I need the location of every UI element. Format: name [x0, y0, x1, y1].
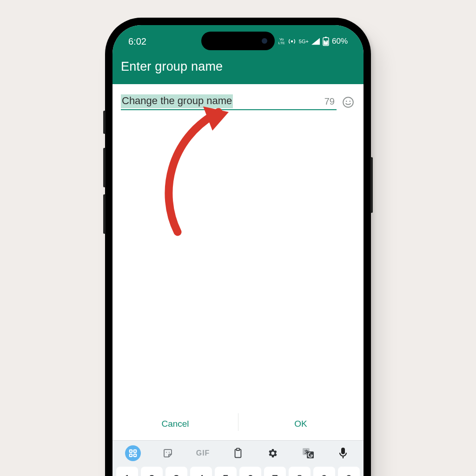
svg-rect-18	[341, 448, 345, 454]
mic-icon	[339, 447, 347, 459]
svg-rect-7	[130, 450, 132, 452]
sticker-icon	[162, 448, 173, 459]
keyboard-rows: 1234567890 QWERTYUIOP	[112, 467, 364, 476]
content-area: Change the group name 79	[112, 84, 364, 409]
gear-icon	[267, 448, 278, 459]
dialog-buttons: Cancel OK	[112, 409, 364, 440]
hotspot-icon	[288, 37, 296, 46]
cancel-button[interactable]: Cancel	[112, 409, 238, 440]
signal-icon	[311, 38, 320, 45]
key-8[interactable]: 8	[289, 467, 311, 476]
ok-button[interactable]: OK	[238, 409, 364, 440]
key-9[interactable]: 9	[313, 467, 335, 476]
battery-label: 60%	[332, 37, 348, 46]
kb-apps-button[interactable]	[115, 445, 150, 461]
screen: 6:02 VoLTE 5G+ 60% Enter group name Chan…	[112, 25, 364, 476]
phone-frame: 6:02 VoLTE 5G+ 60% Enter group name Chan…	[105, 18, 371, 476]
svg-point-11	[166, 452, 167, 453]
svg-text:文: 文	[304, 450, 309, 454]
char-counter: 79	[324, 96, 337, 107]
svg-rect-2	[325, 37, 327, 38]
key-6[interactable]: 6	[239, 467, 261, 476]
kb-sticker-button[interactable]	[150, 448, 185, 459]
key-2[interactable]: 2	[141, 467, 163, 476]
kb-mic-button[interactable]	[326, 447, 361, 459]
svg-point-12	[169, 452, 170, 453]
status-icons: VoLTE 5G+ 60%	[278, 37, 348, 46]
grid-icon	[129, 449, 137, 457]
translate-icon: 文	[302, 448, 314, 459]
svg-rect-14	[237, 448, 239, 450]
battery-icon	[323, 37, 329, 46]
key-1[interactable]: 1	[116, 467, 138, 476]
keyboard: GIF 文 1234567890 QWERTYUIOP	[112, 440, 364, 476]
kb-clipboard-button[interactable]	[220, 448, 255, 459]
key-5[interactable]: 5	[215, 467, 237, 476]
gif-label: GIF	[196, 449, 210, 457]
svg-point-4	[343, 97, 353, 107]
key-7[interactable]: 7	[264, 467, 286, 476]
keyboard-toolbar: GIF 文	[112, 441, 364, 467]
group-name-row: Change the group name 79	[121, 94, 355, 110]
emoji-icon	[342, 96, 354, 108]
emoji-button[interactable]	[341, 95, 355, 109]
volte-icon: VoLTE	[278, 38, 285, 45]
dynamic-island	[201, 32, 275, 50]
kb-gif-button[interactable]: GIF	[185, 449, 220, 457]
svg-rect-9	[130, 454, 132, 456]
network-label: 5G+	[299, 39, 309, 44]
kb-settings-button[interactable]	[256, 448, 291, 459]
number-row: 1234567890	[115, 467, 361, 476]
svg-rect-10	[134, 454, 136, 456]
volume-down-button	[103, 194, 106, 234]
key-3[interactable]: 3	[165, 467, 187, 476]
svg-point-5	[346, 101, 347, 102]
clipboard-icon	[233, 448, 243, 459]
svg-point-0	[291, 40, 293, 43]
status-time: 6:02	[128, 36, 146, 47]
group-name-input[interactable]: Change the group name	[121, 94, 233, 108]
page-title: Enter group name	[112, 52, 364, 84]
annotation-arrow-icon	[140, 102, 252, 241]
group-name-input-wrap[interactable]: Change the group name 79	[121, 94, 337, 110]
svg-rect-8	[134, 450, 136, 452]
svg-point-6	[349, 101, 350, 102]
key-4[interactable]: 4	[190, 467, 212, 476]
volume-up-button	[103, 148, 106, 187]
kb-translate-button[interactable]: 文	[291, 448, 325, 459]
side-button	[103, 111, 106, 134]
key-0[interactable]: 0	[338, 467, 360, 476]
power-button	[370, 157, 373, 213]
